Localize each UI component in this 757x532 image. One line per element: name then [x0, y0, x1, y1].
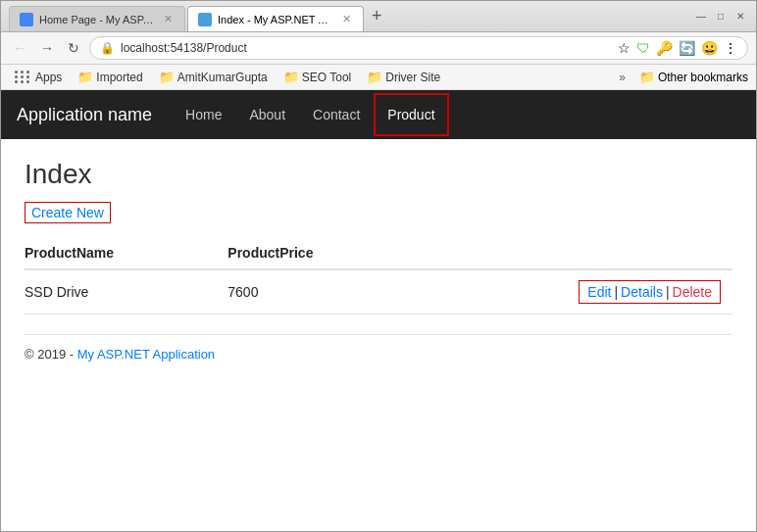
create-new-link[interactable]: Create New	[25, 202, 111, 223]
sep1: |	[614, 284, 618, 300]
cell-actions: Edit | Details | Delete	[424, 269, 732, 314]
bookmark-imported[interactable]: 📁 Imported	[74, 69, 146, 85]
folder-icon-driversite: 📁	[367, 70, 382, 84]
window-controls: — □ ✕	[693, 9, 748, 24]
footer-copyright: © 2019 -	[25, 347, 77, 362]
folder-icon-amitgupta: 📁	[159, 70, 175, 84]
new-tab-button[interactable]: +	[366, 6, 388, 26]
browser-tab-1[interactable]: Home Page - My ASP.NET Applic... ✕	[9, 6, 185, 31]
addressbar: ← → ↻ 🔒 localhost:54138/Product ☆ 🛡 🔑 🔄 …	[1, 32, 756, 65]
emoji-icon: 😀	[701, 40, 718, 56]
secure-icon: 🔒	[100, 41, 115, 55]
tab-strip: Home Page - My ASP.NET Applic... ✕ Index…	[9, 1, 388, 31]
col-header-productprice: ProductPrice	[227, 237, 423, 269]
apps-bookmarks-item[interactable]: Apps	[9, 68, 66, 86]
nav-link-home[interactable]: Home	[172, 93, 235, 136]
tab1-close-icon[interactable]: ✕	[162, 13, 175, 25]
shield-icon: 🛡	[636, 40, 650, 56]
tab2-favicon	[198, 13, 212, 26]
other-bookmarks-label: Other bookmarks	[658, 71, 748, 84]
address-box[interactable]: 🔒 localhost:54138/Product ☆ 🛡 🔑 🔄 😀 ⋮	[89, 36, 748, 60]
bookmark-driversite-label: Driver Site	[385, 71, 440, 84]
sync-icon: 🔄	[679, 40, 695, 56]
bookmark-amitgupta-label: AmitKumarGupta	[177, 71, 268, 84]
minimize-button[interactable]: —	[693, 9, 709, 24]
table-row: SSD Drive 7600 Edit | Details | Delete	[25, 269, 732, 314]
nav-link-about[interactable]: About	[235, 93, 299, 136]
bookmark-star-icon[interactable]: ☆	[618, 40, 631, 56]
table-header-row: ProductName ProductPrice	[25, 237, 732, 269]
col-header-actions	[424, 237, 732, 269]
bookmarks-bar: Apps 📁 Imported 📁 AmitKumarGupta 📁 SEO T…	[1, 65, 756, 90]
tab1-title: Home Page - My ASP.NET Applic...	[39, 14, 156, 25]
browser-window: Home Page - My ASP.NET Applic... ✕ Index…	[0, 0, 757, 532]
page-title: Index	[25, 159, 732, 190]
nav-link-product[interactable]: Product	[374, 93, 448, 136]
refresh-button[interactable]: ↻	[64, 38, 83, 58]
products-table: ProductName ProductPrice SSD Drive 7600 …	[25, 237, 732, 314]
url-text: localhost:54138/Product	[121, 41, 604, 55]
close-button[interactable]: ✕	[732, 9, 748, 24]
back-button[interactable]: ←	[9, 38, 30, 58]
app-navbar: Application name Home About Contact Prod…	[1, 90, 756, 139]
maximize-button[interactable]: □	[713, 9, 729, 24]
bookmarks-more-button[interactable]: »	[619, 71, 626, 84]
address-action-icons: ☆ 🛡 🔑 🔄 😀 ⋮	[618, 40, 737, 56]
forward-button[interactable]: →	[36, 38, 58, 58]
delete-link[interactable]: Delete	[673, 284, 712, 300]
app-nav-links: Home About Contact Product	[172, 93, 448, 136]
app-brand[interactable]: Application name	[17, 105, 152, 125]
bookmark-seotool[interactable]: 📁 SEO Tool	[279, 69, 355, 85]
bookmark-driversite[interactable]: 📁 Driver Site	[363, 69, 444, 85]
page-footer: © 2019 - My ASP.NET Application	[25, 334, 732, 362]
cell-productname: SSD Drive	[25, 269, 227, 314]
nav-link-contact[interactable]: Contact	[299, 93, 374, 136]
action-group: Edit | Details | Delete	[579, 280, 721, 304]
details-link[interactable]: Details	[621, 284, 663, 300]
apps-label: Apps	[35, 71, 62, 84]
bookmark-amitgupta[interactable]: 📁 AmitKumarGupta	[155, 69, 272, 85]
titlebar: Home Page - My ASP.NET Applic... ✕ Index…	[1, 1, 756, 32]
tab2-close-icon[interactable]: ✕	[340, 13, 353, 25]
folder-icon-seotool: 📁	[283, 70, 299, 84]
footer-app-link[interactable]: My ASP.NET Application	[77, 347, 215, 362]
folder-icon-other: 📁	[639, 70, 655, 84]
menu-icon[interactable]: ⋮	[724, 40, 737, 56]
tab2-title: Index - My ASP.NET Application	[218, 14, 334, 25]
folder-icon-imported: 📁	[77, 70, 93, 84]
page-content: Index Create New ProductName ProductPric…	[1, 139, 756, 531]
browser-tab-2[interactable]: Index - My ASP.NET Application ✕	[187, 6, 364, 31]
edit-link[interactable]: Edit	[587, 284, 611, 300]
bookmark-imported-label: Imported	[96, 71, 142, 84]
key-icon: 🔑	[656, 40, 673, 56]
sep2: |	[666, 284, 670, 300]
apps-grid-icon	[13, 69, 32, 85]
other-bookmarks-item[interactable]: 📁 Other bookmarks	[639, 70, 748, 84]
col-header-productname: ProductName	[25, 237, 227, 269]
tab1-favicon	[20, 13, 33, 26]
cell-productprice: 7600	[227, 269, 423, 314]
bookmark-seotool-label: SEO Tool	[302, 71, 351, 84]
